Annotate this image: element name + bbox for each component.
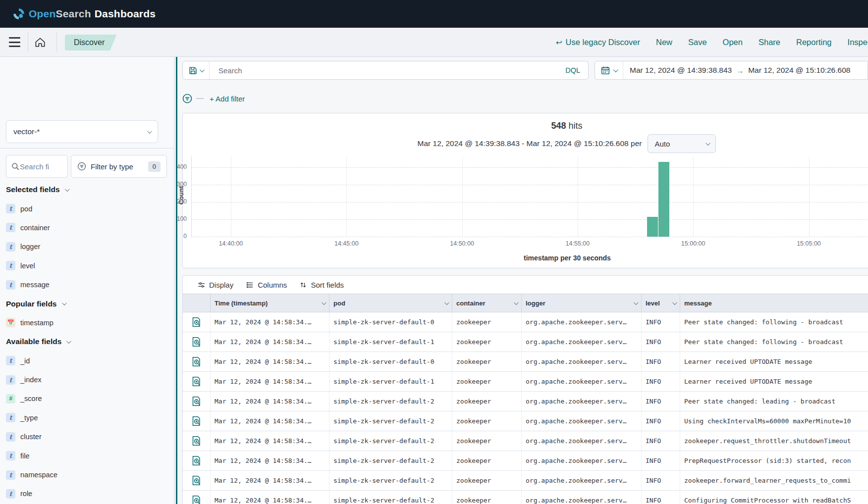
columns-button[interactable]: Columns bbox=[246, 281, 287, 289]
hits-range-text: Mar 12, 2024 @ 14:39:38.843 - Mar 12, 20… bbox=[418, 139, 642, 148]
column-header-container[interactable]: container bbox=[452, 294, 522, 312]
global-filter-icon[interactable] bbox=[182, 94, 192, 103]
expand-document-button[interactable] bbox=[183, 392, 211, 411]
table-row: Mar 12, 2024 @ 14:58:34.…simple-zk-serve… bbox=[183, 491, 868, 504]
cell-message: Using checkIntervalMs=60000 maxPerMinute… bbox=[680, 411, 868, 431]
table-row: Mar 12, 2024 @ 14:58:34.…simple-zk-serve… bbox=[183, 431, 868, 451]
breadcrumb[interactable]: Discover bbox=[65, 35, 116, 50]
chevron-down-icon bbox=[634, 300, 639, 305]
filter-by-type-button[interactable]: Filter by type 0 bbox=[71, 155, 167, 178]
interval-select[interactable]: Auto bbox=[648, 134, 716, 153]
histogram-plot[interactable] bbox=[191, 156, 868, 237]
field-item-cluster[interactable]: tcluster bbox=[0, 427, 174, 446]
x-tick-label: 14:45:00 bbox=[329, 240, 364, 247]
cell-container: zookeeper bbox=[452, 471, 522, 490]
inspect-document-icon bbox=[192, 475, 201, 486]
button-label: Columns bbox=[258, 281, 287, 289]
display-button[interactable]: Display bbox=[198, 281, 233, 289]
cell-level: INFO bbox=[642, 392, 680, 411]
nav-link-inspect[interactable]: Inspect bbox=[848, 38, 868, 47]
nav-link-share[interactable]: Share bbox=[759, 38, 780, 47]
section-heading-available-fields[interactable]: Available fields bbox=[0, 332, 174, 351]
field-item-pod[interactable]: tpod bbox=[0, 199, 174, 218]
field-item-timestamp[interactable]: 📅timestamp bbox=[0, 313, 174, 332]
date-from[interactable]: Mar 12, 2024 @ 14:39:38.843 bbox=[623, 66, 732, 75]
cell-time: Mar 12, 2024 @ 14:58:34.… bbox=[211, 451, 329, 470]
section-heading-popular-fields[interactable]: Popular fields bbox=[0, 294, 174, 313]
home-icon[interactable] bbox=[34, 36, 47, 49]
nav-link-save[interactable]: Save bbox=[688, 38, 707, 47]
field-item-role[interactable]: trole bbox=[0, 484, 174, 503]
field-item-namespace[interactable]: tnamespace bbox=[0, 465, 174, 484]
expand-document-button[interactable] bbox=[183, 431, 211, 451]
section-label: Popular fields bbox=[6, 300, 57, 308]
field-search-input[interactable] bbox=[20, 162, 59, 171]
nav-link-new[interactable]: New bbox=[656, 38, 672, 47]
cell-level: INFO bbox=[642, 491, 680, 504]
sidebar-resize-handle[interactable] bbox=[176, 57, 177, 504]
histogram-bar[interactable] bbox=[647, 217, 658, 237]
column-header-logger[interactable]: logger bbox=[522, 294, 642, 312]
field-type-icon: t bbox=[6, 204, 15, 213]
sort-fields-button[interactable]: Sort fields bbox=[300, 281, 344, 289]
expand-document-button[interactable] bbox=[183, 471, 211, 490]
y-tick-label: 200 bbox=[167, 198, 187, 205]
section-heading-selected-fields[interactable]: Selected fields bbox=[0, 180, 174, 199]
field-item-file[interactable]: tfile bbox=[0, 446, 174, 465]
inspect-document-icon bbox=[192, 436, 201, 446]
field-item-container[interactable]: tcontainer bbox=[0, 218, 174, 237]
histogram-bar[interactable] bbox=[658, 162, 669, 237]
field-name: cluster bbox=[20, 433, 42, 441]
field-item-_id[interactable]: t_id bbox=[0, 352, 174, 370]
expand-document-button[interactable] bbox=[183, 491, 211, 504]
divider bbox=[0, 148, 174, 149]
column-header-level[interactable]: level bbox=[642, 294, 680, 312]
field-item-logger[interactable]: tlogger bbox=[0, 237, 174, 256]
gridline-vertical bbox=[578, 156, 578, 237]
cell-container: zookeeper bbox=[452, 431, 522, 451]
cell-time: Mar 12, 2024 @ 14:58:34.… bbox=[211, 491, 329, 504]
field-item-_type[interactable]: t_type bbox=[0, 408, 174, 427]
expand-document-button[interactable] bbox=[183, 451, 211, 470]
field-item-_index[interactable]: t_index bbox=[0, 370, 174, 389]
y-tick-label: 300 bbox=[167, 181, 187, 188]
date-to[interactable]: Mar 12, 2024 @ 15:10:26.608 bbox=[748, 66, 850, 75]
menu-icon[interactable] bbox=[9, 37, 20, 47]
column-header-message[interactable]: message bbox=[680, 294, 868, 312]
inspect-document-icon bbox=[192, 495, 201, 504]
column-header-pod[interactable]: pod bbox=[329, 294, 452, 312]
cell-message: Peer state changed: following - broadcas… bbox=[680, 312, 868, 332]
nav-link-use-legacy-discover[interactable]: ↩Use legacy Discover bbox=[556, 38, 640, 47]
expand-document-button[interactable] bbox=[183, 312, 211, 332]
field-item-message[interactable]: tmessage bbox=[0, 275, 174, 294]
y-axis-line bbox=[191, 156, 192, 237]
column-header-time-timestamp-[interactable]: Time (timestamp) bbox=[211, 294, 329, 312]
field-item-_score[interactable]: #_score bbox=[0, 389, 174, 408]
expand-document-button[interactable] bbox=[183, 411, 211, 431]
expand-document-button[interactable] bbox=[183, 332, 211, 352]
cell-logger: org.apache.zookeeper.serv… bbox=[522, 411, 642, 431]
cell-container: zookeeper bbox=[452, 372, 522, 391]
index-pattern-select[interactable]: vector-* bbox=[6, 120, 158, 143]
gridline-horizontal bbox=[191, 202, 868, 202]
expand-document-button[interactable] bbox=[183, 352, 211, 371]
table-row: Mar 12, 2024 @ 14:58:34.…simple-zk-serve… bbox=[183, 451, 868, 471]
cell-message: Learner received UPTODATE message bbox=[680, 352, 868, 371]
query-language-button[interactable]: DQL bbox=[557, 66, 588, 74]
field-search-input-wrap bbox=[6, 155, 68, 178]
search-icon bbox=[11, 162, 20, 171]
date-quick-menu-button[interactable] bbox=[595, 61, 623, 79]
gridline-vertical bbox=[462, 156, 463, 237]
add-filter-button[interactable]: + Add filter bbox=[210, 95, 245, 103]
saved-query-menu-button[interactable] bbox=[183, 61, 210, 79]
column-label: Time (timestamp) bbox=[215, 300, 319, 307]
expand-document-button[interactable] bbox=[183, 372, 211, 391]
cell-message: Learner received UPTODATE message bbox=[680, 372, 868, 391]
search-input[interactable]: Search bbox=[218, 66, 557, 75]
field-type-icon: t bbox=[6, 280, 15, 290]
field-item-level[interactable]: tlevel bbox=[0, 256, 174, 275]
chevron-down-icon bbox=[444, 300, 449, 305]
nav-link-open[interactable]: Open bbox=[723, 38, 743, 47]
field-list: Selected fieldstpodtcontainertloggertlev… bbox=[0, 180, 174, 504]
nav-link-reporting[interactable]: Reporting bbox=[796, 38, 832, 47]
